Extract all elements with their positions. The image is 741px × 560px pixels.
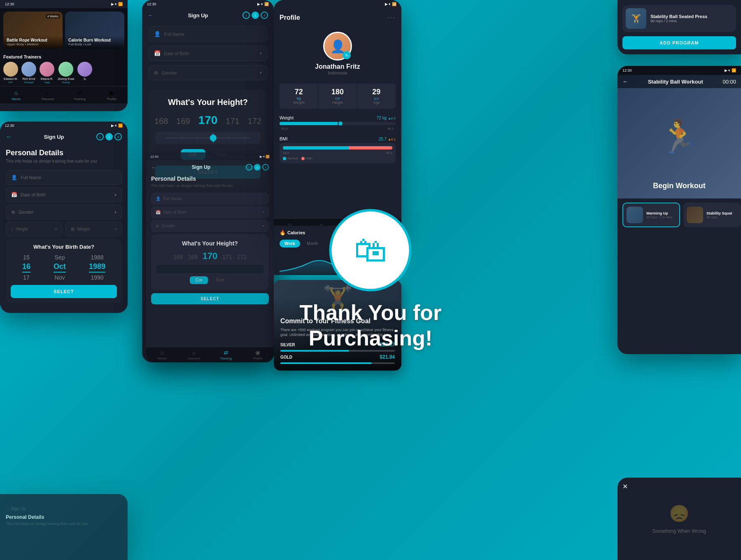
p2-unit-tabs: Cm Feet xyxy=(156,276,264,284)
trainer-5[interactable]: S. xyxy=(77,62,92,84)
workout-timer: 00:00 xyxy=(722,79,736,85)
birth-date-picker: What's Your Birth Date? 15 16 17 Sep Oct… xyxy=(6,239,122,303)
gold-price: $21.94 xyxy=(380,354,395,360)
personal-section-title: Personal Details xyxy=(0,144,128,159)
bmi-bar xyxy=(283,146,392,149)
p2-home-label: Home xyxy=(158,357,166,360)
p2-nav-discover[interactable]: ⌕ Discover xyxy=(178,349,210,360)
gender-field[interactable]: ⊕ Gender ▾ xyxy=(6,205,122,219)
workout-card-1[interactable]: Battle Rope Workout Upper Body • Medium … xyxy=(3,12,63,49)
close-error-button[interactable]: ✕ xyxy=(622,483,628,490)
day-column: 15 16 17 xyxy=(22,254,30,281)
center-full-name-label: Full Name xyxy=(164,32,262,37)
nav-training-label: Training xyxy=(74,97,86,101)
weight-field[interactable]: ⊞ Weight ▾ xyxy=(65,222,122,236)
trainer-3-avatar xyxy=(40,62,54,77)
p2-select-button[interactable]: SELECT xyxy=(151,293,269,304)
workout-back-button[interactable]: ← xyxy=(622,78,628,85)
profile-more-menu[interactable]: ··· xyxy=(387,13,396,22)
center-dob-field[interactable]: 📅 Date of Birth ▾ xyxy=(149,46,267,61)
p2-nav-profile[interactable]: ◉ Profile xyxy=(242,349,274,360)
add-program-button[interactable]: ADD PROGRAM xyxy=(622,36,736,49)
p2-profile-icon: ◉ xyxy=(255,349,260,356)
day-prev: 15 xyxy=(23,254,30,261)
warmup-exercise-card[interactable]: Warming Up 30 reps / 1.5 mins xyxy=(622,203,680,227)
nav-discover[interactable]: ⌕ Discover xyxy=(32,89,64,101)
weight-bar-dot xyxy=(338,121,343,126)
gender-icon: ⊕ xyxy=(11,209,15,215)
center-full-name-field[interactable]: 👤 Full Name xyxy=(149,26,267,42)
p2-cm-tab[interactable]: Cm xyxy=(190,276,208,284)
select-date-button[interactable]: SELECT xyxy=(11,285,117,298)
p2-training-icon: ⇄ xyxy=(224,349,228,356)
bmi-value-low: 18.5 xyxy=(283,151,289,155)
nav-home-label: Home xyxy=(12,97,20,101)
p2-nav-training[interactable]: ⇄ Training xyxy=(210,349,242,360)
trainer-1[interactable]: Edward W. HIIT xyxy=(3,62,18,84)
trainer-3-name: Eiliana R. xyxy=(41,77,53,80)
workout-nav-bar: ← Stability Ball Workout 00:00 xyxy=(618,75,741,88)
center-back-button[interactable]: ← xyxy=(148,12,154,19)
bmi-chart: 18.5 25.0 Normal High xyxy=(280,143,396,163)
p2-step-3: 3 xyxy=(262,164,269,170)
p2-gender-field[interactable]: ⊕ Gender ▾ xyxy=(151,220,269,232)
p2-bottom-nav: ⌂ Home ⌕ Discover ⇄ Training ◉ Profile xyxy=(146,347,274,362)
p2-section-title: Personal Details xyxy=(146,174,274,184)
workout-card-1-subtitle: Upper Body • Medium xyxy=(7,42,59,46)
profile-icon: ◉ xyxy=(108,89,115,96)
nav-profile[interactable]: ◉ Profile xyxy=(96,89,128,101)
height-chevron-icon: ▾ xyxy=(55,227,57,231)
workout-status-bar: 12:30 ▶ ▾ 📶 xyxy=(618,66,741,75)
bmi-value-mid: 25.0 xyxy=(386,151,392,155)
p2-training-label: Training xyxy=(220,357,232,360)
p2-back-button[interactable]: ← xyxy=(151,164,156,170)
workout-hero-area: 🏃 ▶ Begin Workout xyxy=(618,75,741,198)
weight-stat-value: 72 xyxy=(282,88,315,96)
weight-chart-header: Weight 72 kg ▲0.5 xyxy=(280,115,396,120)
date-of-birth-label: Date of Birth xyxy=(21,192,111,197)
top-right-workout-card: 🏋️ Stability Ball Seated Press 90 reps /… xyxy=(618,0,741,54)
weight-bar-fill xyxy=(280,122,343,125)
trainer-2[interactable]: Rich Errol Strength xyxy=(21,62,36,84)
profile-avatar-section: 👤 ✎ Jonathan Fritz Indonesia xyxy=(274,27,401,80)
high-legend-dot xyxy=(301,157,305,160)
trainer-1-name: Edward W. xyxy=(4,77,18,80)
p2-feet-tab[interactable]: Feet xyxy=(210,276,230,284)
p2-dob-field[interactable]: 📅 Date of Birth ▾ xyxy=(151,206,269,218)
trainer-4[interactable]: Jhonny Evan Boxing xyxy=(58,62,74,84)
p2-full-name-field[interactable]: 👤 Full Name xyxy=(151,193,269,205)
height-stat-unit: cm xyxy=(321,96,354,100)
center-nav-bar: ← Sign Up 1 2 3 xyxy=(142,8,274,21)
home-bottom-nav: ⌂ Home ⌕ Discover ⇄ Training ◉ Profile xyxy=(0,86,128,103)
bl-back: ← Sign Up xyxy=(6,506,122,511)
p2-person-icon: 👤 xyxy=(156,196,161,201)
weight-chevron-icon: ▾ xyxy=(115,227,117,231)
full-name-label: Full Name xyxy=(21,175,117,180)
p2-nav-home[interactable]: ⌂ Home xyxy=(146,349,178,360)
weight-bar-labels: 50.4 68.1 xyxy=(280,127,396,131)
p2-section-sub: This info helps us design training that … xyxy=(146,184,274,191)
date-of-birth-field[interactable]: 📅 Date of Birth ▾ xyxy=(6,187,122,202)
hero-images-area: Battle Rope Workout Upper Body • Medium … xyxy=(0,8,128,52)
normal-legend-dot xyxy=(283,157,286,160)
gender-chevron-icon: ▾ xyxy=(114,210,117,215)
height-field[interactable]: ↕ Height ▾ xyxy=(6,222,62,236)
nav-training[interactable]: ⇄ Training xyxy=(64,89,96,101)
trainer-3[interactable]: Eiliana R. Yoga xyxy=(40,62,54,84)
nav-home[interactable]: ⌂ Home xyxy=(0,89,32,101)
personal-back-button[interactable]: ← xyxy=(6,133,12,140)
workout-card-2[interactable]: Calorie Burn Workout Full Body • Low xyxy=(65,12,124,49)
edit-profile-badge[interactable]: ✎ xyxy=(343,51,351,59)
stability-ball-card[interactable]: 🏋️ Stability Ball Seated Press 90 reps /… xyxy=(622,5,736,32)
stability-ball-meta: 90 reps / 2 mins xyxy=(650,19,707,23)
profile-screen-title: Profile xyxy=(280,14,300,21)
p2-height-ruler xyxy=(156,265,264,273)
p2-status-bar: 12:30 ▶ ▾ 📶 xyxy=(146,152,274,161)
personal-status-bar: 12:30 ▶ ▾ 📶 xyxy=(0,121,128,130)
center-gender-field[interactable]: ⊕ Gender ▾ xyxy=(149,65,267,80)
full-name-field[interactable]: 👤 Full Name xyxy=(6,170,122,185)
squat-exercise-card[interactable]: Stability Squat 40 reps xyxy=(683,203,741,227)
week-tab[interactable]: Week xyxy=(280,240,300,247)
thank-you-overlay: 🛍 Thank You for Purchasing! xyxy=(300,209,442,351)
p2-discover-label: Discover xyxy=(188,357,200,360)
